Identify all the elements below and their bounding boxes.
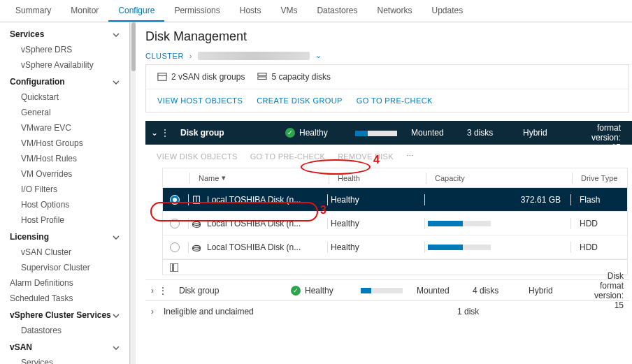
disk-action-remove-disk[interactable]: REMOVE DISK	[338, 152, 394, 161]
action-create-disk-group[interactable]: CREATE DISK GROUP	[257, 96, 343, 105]
sidebar-item-alarm-definitions[interactable]: Alarm Definitions	[0, 275, 129, 291]
collapsed-group-row: ›⋮Disk groupHealthyMounted4 disksHybridD…	[145, 279, 629, 300]
disk-capacity-cell: 372.61 GB	[428, 195, 568, 205]
sidebar-item-quickstart[interactable]: Quickstart	[0, 89, 129, 105]
breadcrumb-root[interactable]: CLUSTER	[145, 52, 184, 60]
sort-caret-icon: ▾	[222, 173, 226, 182]
kebab-menu-icon[interactable]: ⋮	[161, 128, 169, 138]
disk-format-version: Disk format version: 15	[580, 113, 626, 152]
disk-health-cell: Healthy	[331, 219, 422, 228]
summary-box: 2 vSAN disk groups 5 capacity disks VIEW…	[145, 64, 629, 112]
sidebar-scrollbar[interactable]	[130, 22, 136, 364]
mount-state: Mounted	[411, 286, 467, 296]
disk-drive-type-cell: Flash	[574, 195, 627, 205]
disk-health-cell: Healthy	[331, 242, 422, 252]
tab-summary[interactable]: Summary	[6, 0, 61, 22]
tab-hosts[interactable]: Hosts	[230, 0, 271, 22]
disk-name-cell: Local TOSHIBA Disk (n...	[192, 242, 324, 252]
page-title: Disk Management	[145, 29, 632, 44]
disk-row[interactable]: Local TOSHIBA Disk (n...HealthyHDD	[163, 235, 627, 259]
sidebar-item-scheduled-tasks[interactable]: Scheduled Tasks	[0, 291, 129, 306]
disk-row[interactable]: Local TOSHIBA Disk (n...Healthy372.61 GB…	[163, 188, 627, 212]
disks-table: Name▾ Health Capacity Drive Type Local T…	[162, 168, 628, 275]
disk-count: 4 disks	[467, 286, 523, 296]
disk-groups-count: 2 vSAN disk groups	[157, 72, 245, 82]
sidebar-item-vmware-evc[interactable]: VMware EVC	[0, 120, 129, 136]
chevron-down-icon	[113, 77, 120, 87]
sidebar-group-services[interactable]: Services	[0, 25, 129, 42]
column-health[interactable]: Health	[332, 174, 423, 182]
health-check-icon	[291, 286, 301, 296]
sidebar-item-host-options[interactable]: Host Options	[0, 197, 129, 212]
sidebar-item-vm-overrides[interactable]: VM Overrides	[0, 166, 129, 182]
chevron-down-icon	[113, 232, 120, 242]
chevron-right-icon[interactable]: ›	[151, 307, 154, 316]
configure-sidebar: ServicesvSphere DRSvSphere AvailabilityC…	[0, 22, 130, 364]
main-content: Disk Management CLUSTER › ⌄ 2 vSAN disk …	[136, 22, 632, 364]
disk-health-cell: Healthy	[331, 195, 422, 205]
tab-monitor[interactable]: Monitor	[61, 0, 108, 22]
column-picker-icon[interactable]	[170, 263, 178, 272]
chevron-down-icon[interactable]: ⌄	[315, 51, 322, 60]
sidebar-group-vsphere-cluster-services[interactable]: vSphere Cluster Services	[0, 306, 129, 323]
sidebar-item-vsphere-availability[interactable]: vSphere Availability	[0, 57, 129, 73]
svg-rect-0	[158, 73, 166, 81]
sidebar-item-services[interactable]: Services	[0, 355, 129, 364]
column-name[interactable]: Name▾	[193, 173, 326, 182]
sidebar-item-host-profile[interactable]: Host Profile	[0, 212, 129, 228]
sidebar-item-i-o-filters[interactable]: I/O Filters	[0, 182, 129, 197]
more-actions-icon[interactable]: ⋯	[406, 152, 414, 161]
sidebar-item-general[interactable]: General	[0, 105, 129, 120]
column-drive-type[interactable]: Drive Type	[575, 174, 627, 182]
disk-action-view-disk-objects[interactable]: VIEW DISK OBJECTS	[157, 152, 238, 161]
disk-row[interactable]: Local TOSHIBA Disk (n...HealthyHDD	[163, 212, 627, 235]
collapsed-group-row: ›Ineligible and unclaimed1 disk	[145, 300, 629, 321]
health-check-icon	[285, 128, 295, 138]
chevron-down-icon	[113, 29, 120, 39]
radio-button[interactable]	[170, 242, 180, 252]
sidebar-group-configuration[interactable]: Configuration	[0, 73, 129, 89]
sidebar-group-licensing[interactable]: Licensing	[0, 228, 129, 245]
group-label: Ineligible and unclaimed	[158, 307, 270, 316]
sidebar-item-vm-host-rules[interactable]: VM/Host Rules	[0, 151, 129, 166]
capacity-disks-count: 5 capacity disks	[257, 72, 331, 82]
disk-capacity-cell	[428, 221, 568, 226]
disk-group-header: ⌄ ⋮ Disk group Healthy Mounted 3 disks H…	[145, 121, 632, 145]
disk-name-cell: Local TOSHIBA Disk (n...	[192, 195, 324, 205]
disk-action-go-to-pre-check[interactable]: GO TO PRE-CHECK	[250, 152, 325, 161]
chevron-right-icon: ›	[189, 52, 192, 60]
sidebar-group-vsan[interactable]: vSAN	[0, 338, 129, 355]
disk-group-actions: VIEW DISK OBJECTSGO TO PRE-CHECKREMOVE D…	[145, 145, 632, 168]
tab-datastores[interactable]: Datastores	[307, 0, 367, 22]
disk-drive-type-cell: HDD	[574, 242, 627, 252]
sidebar-item-supervisor-cluster[interactable]: Supervisor Cluster	[0, 260, 129, 275]
group-label: Disk group	[173, 286, 285, 296]
disk-count: 3 disks	[461, 128, 517, 138]
mount-state: Mounted	[405, 128, 461, 138]
disk-format-version: Disk format version: 15	[586, 271, 629, 310]
radio-button[interactable]	[170, 219, 180, 228]
kebab-menu-icon[interactable]: ⋮	[158, 285, 168, 296]
chevron-right-icon[interactable]: ›	[151, 286, 154, 296]
usage-bar	[355, 131, 397, 136]
chevron-down-icon	[113, 310, 120, 320]
tab-networks[interactable]: Networks	[367, 0, 422, 22]
sidebar-item-vsan-cluster[interactable]: vSAN Cluster	[0, 245, 129, 260]
radio-button[interactable]	[170, 195, 180, 205]
action-go-to-pre-check[interactable]: GO TO PRE-CHECK	[357, 96, 433, 105]
top-tabs: SummaryMonitorConfigurePermissionsHostsV…	[0, 0, 632, 22]
svg-rect-2	[258, 73, 266, 76]
disk-group-health: Healthy	[299, 128, 328, 138]
disk-capacity-cell	[428, 245, 568, 250]
tab-permissions[interactable]: Permissions	[164, 0, 229, 22]
sidebar-item-vm-host-groups[interactable]: VM/Host Groups	[0, 136, 129, 151]
tab-configure[interactable]: Configure	[108, 0, 164, 22]
group-mode: Hybrid	[523, 286, 586, 296]
tab-updates[interactable]: Updates	[422, 0, 473, 22]
chevron-down-icon[interactable]: ⌄	[151, 128, 158, 138]
column-capacity[interactable]: Capacity	[429, 174, 569, 182]
sidebar-item-datastores[interactable]: Datastores	[0, 323, 129, 338]
tab-vms[interactable]: VMs	[271, 0, 307, 22]
action-view-host-objects[interactable]: VIEW HOST OBJECTS	[157, 96, 243, 105]
sidebar-item-vsphere-drs[interactable]: vSphere DRS	[0, 42, 129, 57]
